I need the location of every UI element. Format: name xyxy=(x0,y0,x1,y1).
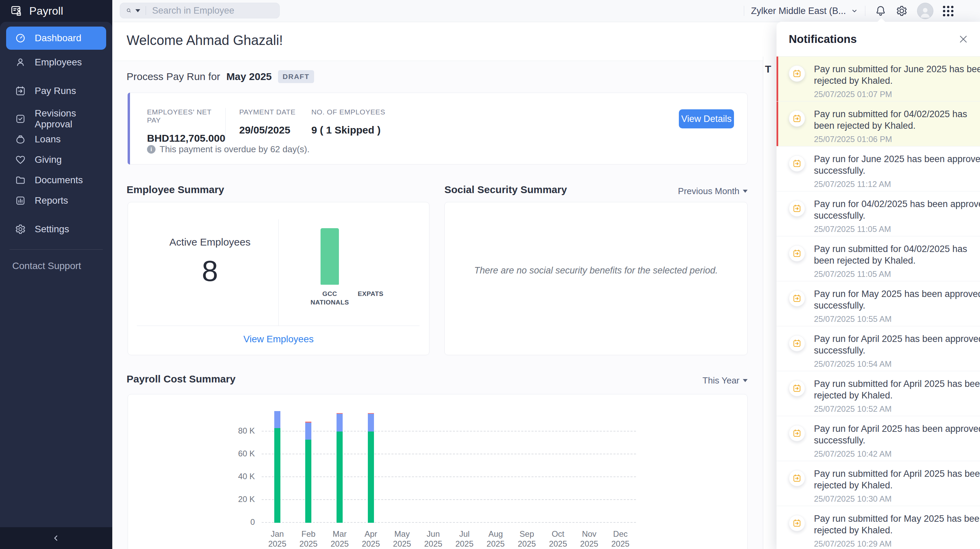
sidebar-item-label: Revisions Approval xyxy=(35,108,112,130)
close-icon[interactable] xyxy=(958,34,969,44)
chevron-down-icon[interactable] xyxy=(851,7,858,14)
employee-bar-slot: EXPATS xyxy=(350,226,391,306)
y-axis-tick: 0 xyxy=(224,517,255,527)
bar-segment-green xyxy=(274,428,280,523)
notification-item[interactable]: Pay run for 04/02/2025 has been approved… xyxy=(776,192,980,236)
settings-icon xyxy=(15,224,26,235)
sidebar-item-reports[interactable]: Reports xyxy=(0,191,112,211)
employee-bar-slot: GCCNATIONALS xyxy=(309,226,350,306)
notifications-bell-icon[interactable] xyxy=(875,5,886,17)
sidebar-item-giving[interactable]: Giving xyxy=(0,150,112,169)
hidden-card-edge: T xyxy=(763,56,776,549)
notification-item[interactable]: Pay run for June 2025 has been approved … xyxy=(776,147,980,192)
payrun-calendar-icon xyxy=(789,65,805,82)
settings-gear-icon[interactable] xyxy=(896,5,907,17)
field-label: EMPLOYEES' NET PAY xyxy=(147,108,225,124)
app-name: Payroll xyxy=(29,5,63,18)
payrun-calendar-icon xyxy=(789,155,805,172)
field-label: PAYMENT DATE xyxy=(239,108,311,116)
stacked-bar xyxy=(305,421,311,523)
avatar[interactable] xyxy=(917,3,933,19)
sidebar-item-settings[interactable]: Settings xyxy=(0,219,112,239)
sidebar-collapse-button[interactable] xyxy=(0,527,112,549)
x-axis-tick: Jun2025 xyxy=(417,529,449,549)
notification-timestamp: 25/07/2025 10:54 AM xyxy=(814,359,980,369)
chevron-down-icon xyxy=(743,379,748,382)
sidebar-item-loans[interactable]: Loans xyxy=(0,129,112,149)
field-divider xyxy=(225,108,226,140)
sidebar-item-revisions-approval[interactable]: Revisions Approval xyxy=(0,109,112,129)
search-input[interactable] xyxy=(151,5,273,16)
payrun-calendar-icon xyxy=(789,200,805,217)
bar-segment-blue xyxy=(368,414,374,431)
notification-text: Pay run for June 2025 has been approved … xyxy=(814,153,980,176)
field-value: 9 ( 1 Skipped ) xyxy=(311,124,385,136)
notifications-panel: Notifications Pay run submitted for June… xyxy=(776,22,980,549)
y-axis-tick: 20 K xyxy=(224,495,255,504)
y-axis-tick: 60 K xyxy=(224,449,255,458)
employee-summary-title: Employee Summary xyxy=(127,184,224,195)
search-scope-caret-icon[interactable] xyxy=(135,9,140,12)
notification-text: Pay run submitted for 04/02/2025 has bee… xyxy=(814,243,980,267)
app-grid-icon[interactable] xyxy=(943,6,953,16)
notification-item[interactable]: Pay run submitted for 04/02/2025 has bee… xyxy=(776,236,980,281)
view-details-button[interactable]: View Details xyxy=(679,109,734,128)
sidebar-item-pay-runs[interactable]: Pay Runs xyxy=(0,81,112,101)
sidebar-item-employees[interactable]: Employees xyxy=(0,53,112,72)
view-employees-link[interactable]: View Employees xyxy=(128,334,429,345)
divider xyxy=(278,219,279,326)
field-value: 29/05/2025 xyxy=(239,124,311,136)
payrun-card: EMPLOYEES' NET PAY BHD112,705.000 PAYMEN… xyxy=(127,93,748,164)
payrun-heading-prefix: Process Pay Run for xyxy=(127,71,220,82)
notification-item[interactable]: Pay run for April 2025 has been approved… xyxy=(776,416,980,461)
field-value: BHD112,705.000 xyxy=(147,132,225,144)
bar-slot: Apr2025 xyxy=(355,404,387,523)
notification-item[interactable]: Pay run submitted for May 2025 has been … xyxy=(776,506,980,549)
app-logo: Payroll xyxy=(0,0,112,22)
bar-slot: Oct2025 xyxy=(542,404,574,523)
notification-item[interactable]: Pay run submitted for April 2025 has bee… xyxy=(776,461,980,506)
sidebar-item-dashboard[interactable]: Dashboard xyxy=(6,27,106,50)
payrun-calendar-icon xyxy=(789,515,805,531)
sidebar-item-label: Documents xyxy=(35,175,83,186)
payrun-calendar-icon xyxy=(789,245,805,262)
sidebar-item-label: Loans xyxy=(35,134,60,145)
notification-item[interactable]: Pay run submitted for April 2025 has bee… xyxy=(776,371,980,416)
payroll-cost-title: Payroll Cost Summary xyxy=(127,373,235,385)
empty-state-message: There are no social security benefits fo… xyxy=(445,202,747,276)
reports-icon xyxy=(15,195,26,206)
sidebar: Payroll Dashboard Employees Pay Runs Rev… xyxy=(0,0,112,549)
contact-support-link[interactable]: Contact Support xyxy=(0,260,112,271)
notification-timestamp: 25/07/2025 10:42 AM xyxy=(814,449,980,459)
employee-bar xyxy=(321,228,339,285)
social-security-filter[interactable]: Previous Month xyxy=(678,186,748,196)
notification-item[interactable]: Pay run for May 2025 has been approved s… xyxy=(776,281,980,326)
notification-timestamp: 25/07/2025 01:06 PM xyxy=(814,134,980,144)
stacked-bar xyxy=(337,413,343,523)
x-axis-tick: Mar2025 xyxy=(324,529,355,549)
sidebar-item-documents[interactable]: Documents xyxy=(0,170,112,190)
employee-mini-chart: GCCNATIONALSEXPATS xyxy=(309,226,391,306)
notification-timestamp: 25/07/2025 10:30 AM xyxy=(814,494,980,504)
notification-item[interactable]: Pay run submitted for June 2025 has been… xyxy=(776,56,980,102)
notification-item[interactable]: Pay run for April 2025 has been approved… xyxy=(776,326,980,371)
notification-item[interactable]: Pay run submitted for 04/02/2025 has bee… xyxy=(776,102,980,147)
overdue-note: i This payment is overdue by 62 day(s). xyxy=(147,144,310,155)
notification-text: Pay run submitted for April 2025 has bee… xyxy=(814,378,980,401)
org-selector[interactable]: Zylker Middle East (B... xyxy=(751,6,846,16)
bar-slot: Aug2025 xyxy=(480,404,511,523)
bar-segment-blue xyxy=(305,423,311,440)
search-bar[interactable] xyxy=(120,3,280,18)
divider xyxy=(865,6,865,16)
payrun-calendar-icon xyxy=(789,425,805,441)
topbar: Zylker Middle East (B... xyxy=(112,0,980,22)
notification-timestamp: 25/07/2025 10:29 AM xyxy=(814,539,980,549)
payroll-cost-filter[interactable]: This Year xyxy=(703,375,748,386)
bar-segment-blue xyxy=(274,411,280,428)
stacked-bar xyxy=(274,411,280,523)
y-axis-tick: 40 K xyxy=(224,472,255,481)
sidebar-item-label: Employees xyxy=(35,57,82,68)
sidebar-item-label: Giving xyxy=(35,154,62,165)
field-net-pay: EMPLOYEES' NET PAY BHD112,705.000 xyxy=(147,108,225,144)
payrun-calendar-icon xyxy=(789,470,805,486)
